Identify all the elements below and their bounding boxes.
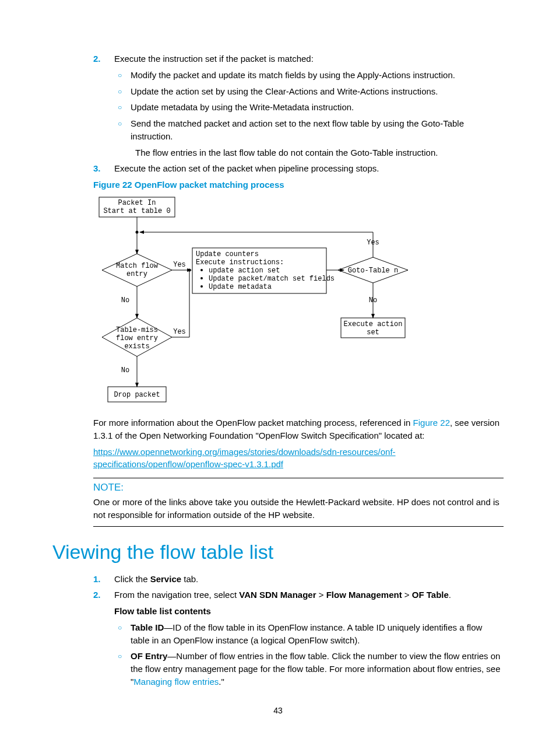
- diagram-text: Packet In: [118, 199, 156, 207]
- circle-bullet-icon: ○: [118, 87, 122, 97]
- circle-bullet-icon: ○: [118, 119, 122, 129]
- circle-bullet-icon: ○: [118, 623, 122, 633]
- diagram-text: update action set: [209, 267, 280, 275]
- step-text: Execute the instruction set if the packe…: [114, 54, 314, 64]
- openflow-spec-link[interactable]: https://www.opennetworking.org/images/st…: [93, 447, 396, 470]
- diagram-text: Match flow: [116, 262, 159, 270]
- step-number: 2.: [93, 589, 101, 601]
- diagram-text: Drop packet: [114, 391, 160, 399]
- diagram-text: Goto-Table n: [348, 267, 398, 275]
- step-number: 2.: [93, 52, 101, 65]
- section2-steps: 1. Click the Service tab. 2. From the na…: [93, 573, 504, 688]
- flow-table-contents-heading: Flow table list contents: [114, 605, 504, 618]
- diagram-text: Execute action: [344, 320, 403, 328]
- note-text: One or more of the links above take you …: [93, 496, 504, 522]
- circle-bullet-icon: ○: [118, 652, 122, 662]
- diagram-label-no: No: [121, 366, 129, 374]
- diagram-text: Execute instructions:: [196, 258, 284, 267]
- sub-item: ○Update the action set by using the Clea…: [114, 85, 504, 98]
- step-text: Execute the action set of the packet whe…: [114, 163, 379, 173]
- step2-trailing: The flow entries in the last flow table …: [135, 146, 504, 159]
- step-number: 1.: [93, 573, 101, 586]
- sub-item: ○Send the matched packet and action set …: [114, 117, 504, 143]
- s2-sublist: ○ Table ID—ID of the flow table in its O…: [114, 621, 504, 688]
- diagram-label-no: No: [121, 296, 129, 304]
- diagram-text: Update packet/match set fields: [209, 275, 335, 283]
- managing-flow-entries-link[interactable]: Managing flow entries: [133, 677, 219, 687]
- diagram-text: Update counters: [196, 250, 259, 258]
- flowchart-diagram: Packet In Start at table 0 Match flow en…: [93, 194, 504, 412]
- step-number: 3.: [93, 162, 101, 175]
- svg-point-14: [200, 277, 203, 279]
- diagram-text: exists: [124, 342, 149, 351]
- note-box: NOTE: One or more of the links above tak…: [93, 478, 504, 527]
- sub-item: ○ Table ID—ID of the flow table in its O…: [114, 621, 504, 647]
- step2-sublist: ○Modify the packet and update its match …: [114, 69, 504, 143]
- diagram-text: Update metadata: [209, 283, 272, 291]
- after-figure-para: For more information about the OpenFlow …: [93, 416, 504, 442]
- svg-point-13: [200, 269, 203, 271]
- diagram-label-yes: Yes: [367, 239, 379, 247]
- diagram-text: Table-miss: [116, 326, 158, 334]
- svg-point-15: [200, 285, 203, 288]
- sub-item: ○Update metadata by using the Write-Meta…: [114, 101, 504, 114]
- note-label: NOTE:: [93, 482, 504, 494]
- ordered-list-top: 2. Execute the instruction set if the pa…: [93, 52, 504, 175]
- diagram-label-yes: Yes: [173, 261, 186, 269]
- sub-item: ○ OF Entry—Number of flow entries in the…: [114, 650, 504, 688]
- step-2: 2. Execute the instruction set if the pa…: [93, 52, 504, 159]
- figure-ref-link[interactable]: Figure 22: [413, 418, 450, 428]
- s2-step2: 2. From the navigation tree, select VAN …: [93, 589, 504, 688]
- s2-step1: 1. Click the Service tab.: [93, 573, 504, 586]
- circle-bullet-icon: ○: [118, 103, 122, 113]
- circle-bullet-icon: ○: [118, 71, 122, 80]
- svg-point-2: [136, 231, 139, 234]
- diagram-text: Start at table 0: [103, 207, 170, 215]
- diagram-label-yes: Yes: [173, 328, 186, 336]
- diagram-text: set: [367, 328, 379, 337]
- flowchart-svg: Packet In Start at table 0 Match flow en…: [93, 194, 420, 410]
- diagram-label-no: No: [369, 296, 377, 304]
- spec-link-para: https://www.opennetworking.org/images/st…: [93, 446, 504, 471]
- sub-item: ○Modify the packet and update its match …: [114, 69, 504, 82]
- page-number: 43: [52, 706, 504, 715]
- figure-caption: Figure 22 OpenFlow packet matching proce…: [93, 180, 504, 190]
- section-heading: Viewing the flow table list: [52, 541, 504, 564]
- diagram-text: entry: [126, 270, 147, 278]
- diagram-text: flow entry: [116, 334, 158, 342]
- page-content: 2. Execute the instruction set if the pa…: [0, 0, 556, 738]
- step-3: 3. Execute the action set of the packet …: [93, 162, 504, 175]
